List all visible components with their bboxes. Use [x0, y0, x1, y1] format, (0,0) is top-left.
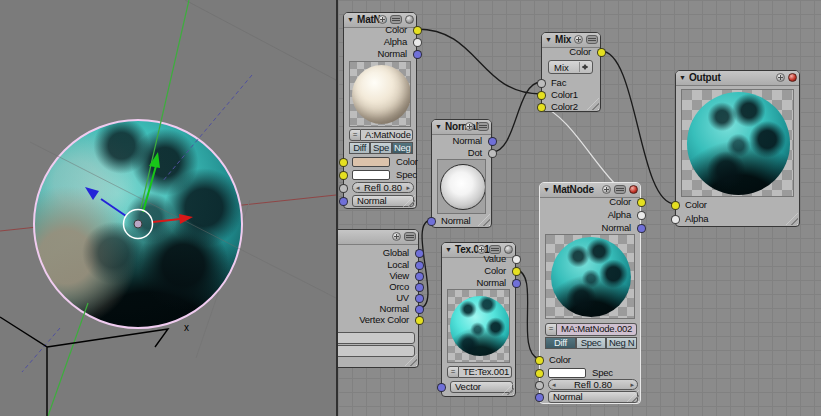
- node-normal[interactable]: ▼NormalNormalDotNormal: [431, 119, 492, 228]
- socket-out-view[interactable]: [415, 272, 424, 281]
- socket-out-orco[interactable]: [415, 283, 424, 292]
- socket-out-value[interactable]: [512, 255, 521, 264]
- plus-icon[interactable]: [602, 185, 611, 194]
- socket-out-normal[interactable]: [637, 224, 646, 233]
- socket-out-color[interactable]: [597, 48, 606, 57]
- socket-in-normal[interactable]: [427, 217, 436, 226]
- menu-icon[interactable]: [614, 185, 626, 194]
- socket-in-color[interactable]: [535, 356, 544, 365]
- black-object-wireframe[interactable]: [0, 317, 168, 416]
- color-swatch[interactable]: [352, 170, 390, 180]
- node-geometry[interactable]: ▼GlobalLocalViewOrcoUVNormalVertex Color: [338, 229, 419, 368]
- sphere-red-icon[interactable]: [629, 185, 638, 194]
- socket-in-color1[interactable]: [537, 91, 546, 100]
- gizmo-axis-blue-arrowhead[interactable]: [85, 187, 99, 200]
- menu-icon[interactable]: [390, 15, 402, 24]
- browse-datablock-button[interactable]: =: [349, 129, 361, 141]
- socket-out-normal[interactable]: [512, 279, 521, 288]
- socket-out-vertex-color[interactable]: [415, 316, 424, 325]
- node-output[interactable]: ▼OutputColorAlpha: [675, 70, 800, 227]
- input-button-normal[interactable]: Normal: [548, 391, 638, 403]
- collapse-triangle-icon[interactable]: ▼: [545, 35, 552, 45]
- plus-icon[interactable]: [776, 73, 785, 82]
- socket-out-uv[interactable]: [415, 294, 424, 303]
- browse-datablock-button[interactable]: =: [447, 366, 459, 378]
- menu-icon[interactable]: [404, 232, 416, 241]
- name-field[interactable]: TE:Tex.001: [459, 366, 512, 378]
- toggle-neg[interactable]: Neg: [392, 142, 413, 154]
- node-editor[interactable]: ▼GlobalLocalViewOrcoUVNormalVertex Color…: [338, 0, 821, 416]
- plus-icon[interactable]: [392, 232, 401, 241]
- gizmo-axis-red-arrowhead[interactable]: [179, 214, 193, 224]
- blend-mode-dropdown[interactable]: Mix: [548, 60, 593, 74]
- socket-in-vector[interactable]: [437, 383, 446, 392]
- dropdown-spinner-icon[interactable]: [579, 62, 591, 72]
- sphere-red-icon[interactable]: [788, 73, 797, 82]
- input-button-vector[interactable]: Vector: [450, 381, 513, 393]
- plus-icon[interactable]: [378, 15, 387, 24]
- gizmo-axis-red-arrow[interactable]: [153, 219, 180, 222]
- sphere-gray-icon[interactable]: [405, 15, 414, 24]
- socket-out-global[interactable]: [415, 249, 424, 258]
- menu-icon[interactable]: [477, 122, 489, 131]
- socket-in-normal[interactable]: [535, 393, 544, 402]
- node-tex-001[interactable]: ▼Tex.001ValueColorNormal=TE:Tex.001Vecto…: [441, 242, 516, 397]
- node-matnode-2[interactable]: ▼MatNodeColorAlphaNormal=MA:MatNode.002D…: [539, 182, 641, 404]
- color-swatch[interactable]: [548, 368, 586, 378]
- toggle-diff[interactable]: Diff: [545, 337, 576, 349]
- node-mix[interactable]: ▼MixColorMixFacColor1Color2: [541, 32, 601, 112]
- slider-right-arrow-icon[interactable]: ▸: [630, 380, 634, 389]
- 3d-viewport[interactable]: x: [0, 0, 336, 416]
- collapse-triangle-icon[interactable]: ▼: [347, 15, 354, 25]
- socket-in-refl-0-80[interactable]: [535, 381, 544, 390]
- browse-datablock-button[interactable]: =: [545, 323, 557, 336]
- input-button-normal[interactable]: Normal: [352, 195, 414, 207]
- socket-in-refl-0-80[interactable]: [339, 184, 348, 193]
- toggle-spec[interactable]: Spec: [576, 337, 607, 349]
- socket-out-color[interactable]: [512, 267, 521, 276]
- color-swatch[interactable]: [352, 157, 390, 167]
- toggle-spe[interactable]: Spe: [370, 142, 391, 154]
- name-field[interactable]: MA:MatNode.002: [557, 323, 637, 336]
- gizmo-axis-green-arrowhead[interactable]: [149, 152, 160, 168]
- node-header[interactable]: ▼Output: [676, 71, 799, 86]
- socket-out-alpha[interactable]: [637, 211, 646, 220]
- socket-in-color[interactable]: [671, 201, 680, 210]
- socket-out-normal[interactable]: [488, 137, 497, 146]
- slider-right-arrow-icon[interactable]: ▸: [406, 183, 410, 192]
- socket-out-alpha[interactable]: [413, 38, 422, 47]
- slider-left-arrow-icon[interactable]: ◂: [552, 380, 556, 389]
- socket-out-dot[interactable]: [488, 149, 497, 158]
- toggle-diff[interactable]: Diff: [349, 142, 370, 154]
- node-matnode-1[interactable]: ▼MatNoColorAlphaNormal=A:MatNodeDiffSpeN…: [343, 12, 417, 209]
- node-header[interactable]: ▼Normal: [432, 120, 491, 135]
- collapse-triangle-icon[interactable]: ▼: [543, 185, 550, 195]
- socket-in-alpha[interactable]: [671, 215, 680, 224]
- collapse-triangle-icon[interactable]: ▼: [445, 245, 452, 255]
- socket-in-normal[interactable]: [339, 197, 348, 206]
- socket-out-color[interactable]: [413, 26, 422, 35]
- slider-left-arrow-icon[interactable]: ◂: [356, 183, 360, 192]
- socket-in-spec[interactable]: [339, 171, 348, 180]
- socket-out-color[interactable]: [637, 198, 646, 207]
- menu-icon[interactable]: [586, 35, 598, 44]
- slider-refl-0-80[interactable]: ◂Refl 0.80▸: [548, 379, 638, 390]
- toggle-neg-n[interactable]: Neg N: [606, 337, 637, 349]
- node-header[interactable]: ▼: [338, 230, 418, 245]
- plus-icon[interactable]: [465, 122, 474, 131]
- socket-out-normal[interactable]: [413, 50, 422, 59]
- socket-in-color2[interactable]: [537, 103, 546, 112]
- slider-refl-0-80[interactable]: ◂Refl 0.80▸: [352, 182, 414, 193]
- socket-in-color[interactable]: [339, 158, 348, 167]
- socket-in-fac[interactable]: [537, 79, 546, 88]
- name-field[interactable]: [338, 332, 415, 344]
- collapse-triangle-icon[interactable]: ▼: [435, 122, 442, 132]
- name-field[interactable]: [338, 345, 415, 357]
- gizmo-axis-blue-arrow[interactable]: [101, 199, 126, 216]
- socket-in-spec[interactable]: [535, 369, 544, 378]
- collapse-triangle-icon[interactable]: ▼: [679, 73, 686, 83]
- socket-out-normal[interactable]: [415, 305, 424, 314]
- name-field[interactable]: A:MatNode: [361, 129, 413, 141]
- socket-out-local[interactable]: [415, 261, 424, 270]
- plus-icon[interactable]: [574, 35, 583, 44]
